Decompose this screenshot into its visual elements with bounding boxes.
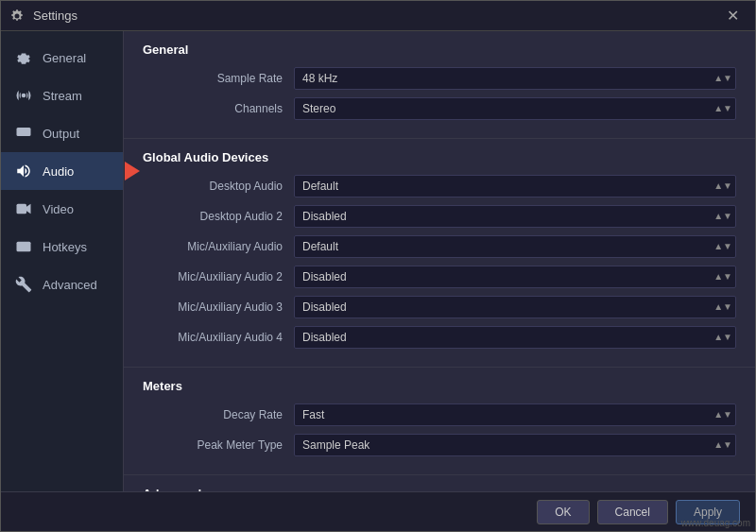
sidebar-item-general[interactable]: General — [1, 39, 123, 77]
form-row-channels: Channels Stereo Mono ▲▼ — [143, 96, 736, 121]
sidebar-label-audio: Audio — [43, 164, 74, 179]
select-mic-audio4[interactable]: Disabled — [294, 326, 736, 349]
sidebar-label-video: Video — [43, 202, 74, 216]
sidebar-label-advanced: Advanced — [43, 278, 97, 292]
select-wrapper-sample-rate: 48 kHz 44.1 kHz ▲▼ — [294, 67, 736, 90]
section-header-meters: Meters — [143, 379, 736, 393]
main-panel: General Sample Rate 48 kHz 44.1 kHz ▲▼ — [124, 31, 755, 491]
control-sample-rate: 48 kHz 44.1 kHz ▲▼ — [294, 67, 736, 90]
close-button[interactable]: ✕ — [719, 3, 746, 29]
gear-icon — [14, 48, 33, 67]
select-sample-rate[interactable]: 48 kHz 44.1 kHz — [294, 67, 736, 90]
control-channels: Stereo Mono ▲▼ — [294, 97, 736, 120]
window-title: Settings — [33, 9, 719, 23]
control-peak-meter: Sample PeakTrue Peak▲▼ — [294, 434, 736, 456]
footer: OK Cancel Apply — [1, 491, 755, 531]
section-general: General Sample Rate 48 kHz 44.1 kHz ▲▼ — [124, 31, 755, 139]
sidebar-label-general: General — [43, 51, 86, 65]
form-row-mic-audio: Mic/Auxiliary Audio Default▲▼ — [143, 234, 736, 259]
form-row-sample-rate: Sample Rate 48 kHz 44.1 kHz ▲▼ — [143, 66, 736, 91]
active-arrow-indicator — [125, 162, 140, 180]
label-mic-audio: Mic/Auxiliary Audio — [143, 240, 294, 253]
label-mic-audio3: Mic/Auxiliary Audio 3 — [143, 300, 294, 314]
select-mic-audio2[interactable]: Disabled — [294, 266, 736, 288]
label-mic-audio2: Mic/Auxiliary Audio 2 — [143, 270, 294, 283]
section-header-global-audio: Global Audio Devices — [143, 150, 736, 164]
sidebar-label-stream: Stream — [43, 89, 82, 103]
form-row-decay-rate: Decay Rate FastMediumSlow▲▼ — [143, 403, 736, 427]
svg-rect-1 — [17, 128, 31, 136]
watermark: www.deuag.com — [681, 518, 750, 528]
label-channels: Channels — [143, 102, 294, 115]
select-channels[interactable]: Stereo Mono — [294, 97, 736, 120]
svg-point-0 — [22, 94, 26, 98]
settings-window: Settings ✕ General St — [0, 0, 756, 532]
select-mic-audio[interactable]: Default — [294, 235, 736, 258]
sidebar-item-video[interactable]: Video — [1, 190, 123, 228]
sidebar-item-stream[interactable]: Stream — [1, 77, 123, 114]
svg-rect-2 — [17, 204, 27, 215]
cancel-button[interactable]: Cancel — [597, 500, 668, 524]
label-desktop-audio: Desktop Audio — [143, 180, 294, 193]
sidebar-item-audio[interactable]: Audio — [1, 152, 123, 190]
label-desktop-audio2: Desktop Audio 2 — [143, 210, 294, 223]
stream-icon — [14, 86, 33, 105]
sidebar-item-hotkeys[interactable]: Hotkeys — [1, 228, 123, 266]
sidebar-label-output: Output — [43, 127, 79, 141]
sidebar-item-output[interactable]: Output — [1, 114, 123, 152]
form-row-peak-meter: Peak Meter Type Sample PeakTrue Peak▲▼ — [143, 433, 736, 457]
form-row-mic-audio2: Mic/Auxiliary Audio 2 Disabled▲▼ — [143, 265, 736, 289]
select-peak-meter[interactable]: Sample PeakTrue Peak — [294, 434, 736, 456]
svg-rect-3 — [17, 242, 31, 252]
label-sample-rate: Sample Rate — [143, 72, 294, 85]
content-area: General Stream Output — [1, 31, 755, 491]
section-header-general: General — [143, 43, 736, 57]
wrench-icon — [14, 275, 33, 294]
form-row-desktop-audio2: Desktop Audio 2 Disabled▲▼ — [143, 204, 736, 229]
select-wrapper-channels: Stereo Mono ▲▼ — [294, 97, 736, 120]
titlebar: Settings ✕ — [1, 1, 755, 31]
control-mic-audio2: Disabled▲▼ — [294, 266, 736, 288]
select-mic-audio3[interactable]: Disabled — [294, 296, 736, 318]
control-desktop-audio2: Disabled▲▼ — [294, 205, 736, 228]
control-mic-audio3: Disabled▲▼ — [294, 296, 736, 318]
select-desktop-audio2[interactable]: Disabled — [294, 205, 736, 228]
label-mic-audio4: Mic/Auxiliary Audio 4 — [143, 331, 294, 344]
video-icon — [14, 199, 33, 218]
select-decay-rate[interactable]: FastMediumSlow — [294, 403, 736, 426]
sidebar-item-advanced[interactable]: Advanced — [1, 266, 123, 303]
section-advanced: Advanced Monitoring Device Default▲▼ Dis… — [124, 475, 755, 491]
settings-icon — [10, 9, 26, 24]
audio-icon — [14, 162, 33, 180]
select-desktop-audio[interactable]: Default — [294, 175, 736, 197]
ok-button[interactable]: OK — [537, 500, 589, 524]
sidebar: General Stream Output — [1, 31, 124, 491]
control-mic-audio4: Disabled▲▼ — [294, 326, 736, 349]
label-peak-meter: Peak Meter Type — [143, 438, 294, 452]
section-meters: Meters Decay Rate FastMediumSlow▲▼ Peak … — [124, 368, 755, 475]
sidebar-label-hotkeys: Hotkeys — [43, 240, 87, 254]
control-desktop-audio: Default▲▼ — [294, 175, 736, 197]
form-row-mic-audio3: Mic/Auxiliary Audio 3 Disabled▲▼ — [143, 295, 736, 319]
form-row-mic-audio4: Mic/Auxiliary Audio 4 Disabled▲▼ — [143, 325, 736, 350]
section-global-audio: Global Audio Devices Desktop Audio Defau… — [124, 139, 755, 368]
hotkeys-icon — [14, 237, 33, 256]
output-icon — [14, 124, 33, 143]
form-row-desktop-audio: Desktop Audio Default▲▼ — [143, 174, 736, 198]
control-mic-audio: Default▲▼ — [294, 235, 736, 258]
label-decay-rate: Decay Rate — [143, 408, 294, 421]
control-decay-rate: FastMediumSlow▲▼ — [294, 403, 736, 426]
